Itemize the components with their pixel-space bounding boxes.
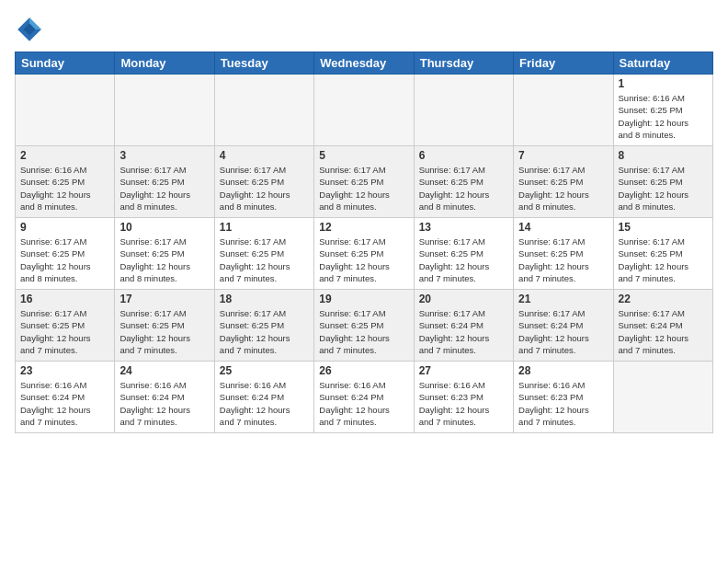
day-number: 8 <box>619 149 708 162</box>
day-info: Sunrise: 6:17 AM Sunset: 6:25 PM Dayligh… <box>220 236 309 284</box>
calendar-cell: 13Sunrise: 6:17 AM Sunset: 6:25 PM Dayli… <box>414 218 513 290</box>
day-info: Sunrise: 6:16 AM Sunset: 6:24 PM Dayligh… <box>119 379 209 428</box>
calendar-cell: 2Sunrise: 6:16 AM Sunset: 6:25 PM Daylig… <box>16 146 115 218</box>
calendar-cell: 3Sunrise: 6:17 AM Sunset: 6:25 PM Daylig… <box>115 146 214 218</box>
calendar-cell: 28Sunrise: 6:16 AM Sunset: 6:23 PM Dayli… <box>514 362 613 433</box>
day-info: Sunrise: 6:17 AM Sunset: 6:24 PM Dayligh… <box>619 307 708 356</box>
day-info: Sunrise: 6:17 AM Sunset: 6:25 PM Dayligh… <box>119 236 209 284</box>
day-number: 2 <box>20 149 109 162</box>
calendar-cell: 1Sunrise: 6:16 AM Sunset: 6:25 PM Daylig… <box>613 75 712 146</box>
day-number: 9 <box>20 221 109 234</box>
calendar-cell: 16Sunrise: 6:17 AM Sunset: 6:25 PM Dayli… <box>16 290 115 362</box>
day-number: 21 <box>518 293 608 305</box>
weekday-header-friday: Friday <box>514 52 613 75</box>
weekday-header-wednesday: Wednesday <box>314 52 414 75</box>
weekday-header-row: SundayMondayTuesdayWednesdayThursdayFrid… <box>16 52 713 75</box>
calendar-cell <box>115 75 214 146</box>
calendar-cell: 6Sunrise: 6:17 AM Sunset: 6:25 PM Daylig… <box>414 146 513 218</box>
day-number: 27 <box>419 364 508 377</box>
calendar-cell: 8Sunrise: 6:17 AM Sunset: 6:25 PM Daylig… <box>613 146 712 218</box>
calendar-cell: 9Sunrise: 6:17 AM Sunset: 6:25 PM Daylig… <box>16 218 115 290</box>
calendar-week-row: 23Sunrise: 6:16 AM Sunset: 6:24 PM Dayli… <box>16 362 713 433</box>
day-number: 13 <box>419 221 508 234</box>
calendar-cell: 15Sunrise: 6:17 AM Sunset: 6:25 PM Dayli… <box>613 218 712 290</box>
weekday-header-sunday: Sunday <box>16 52 115 75</box>
weekday-header-thursday: Thursday <box>414 52 513 75</box>
day-number: 16 <box>20 293 109 305</box>
calendar-cell <box>16 75 115 146</box>
day-number: 6 <box>419 149 508 162</box>
day-number: 12 <box>319 221 408 234</box>
day-number: 28 <box>518 364 608 377</box>
day-number: 24 <box>119 364 209 377</box>
weekday-header-tuesday: Tuesday <box>214 52 313 75</box>
calendar-cell: 7Sunrise: 6:17 AM Sunset: 6:25 PM Daylig… <box>514 146 613 218</box>
calendar-cell: 27Sunrise: 6:16 AM Sunset: 6:23 PM Dayli… <box>414 362 513 433</box>
day-info: Sunrise: 6:17 AM Sunset: 6:25 PM Dayligh… <box>319 307 408 356</box>
day-info: Sunrise: 6:16 AM Sunset: 6:24 PM Dayligh… <box>20 379 109 428</box>
day-info: Sunrise: 6:17 AM Sunset: 6:25 PM Dayligh… <box>119 164 209 213</box>
day-number: 20 <box>419 293 508 305</box>
day-info: Sunrise: 6:17 AM Sunset: 6:25 PM Dayligh… <box>619 236 708 284</box>
header <box>15 15 713 44</box>
calendar-cell: 5Sunrise: 6:17 AM Sunset: 6:25 PM Daylig… <box>314 146 414 218</box>
day-info: Sunrise: 6:17 AM Sunset: 6:25 PM Dayligh… <box>20 236 109 284</box>
day-number: 11 <box>220 221 309 234</box>
day-info: Sunrise: 6:16 AM Sunset: 6:25 PM Dayligh… <box>20 164 109 213</box>
calendar-cell: 17Sunrise: 6:17 AM Sunset: 6:25 PM Dayli… <box>115 290 214 362</box>
day-number: 19 <box>319 293 408 305</box>
calendar-cell: 19Sunrise: 6:17 AM Sunset: 6:25 PM Dayli… <box>314 290 414 362</box>
weekday-header-saturday: Saturday <box>613 52 712 75</box>
day-number: 4 <box>220 149 309 162</box>
day-info: Sunrise: 6:16 AM Sunset: 6:23 PM Dayligh… <box>419 379 508 428</box>
day-number: 18 <box>220 293 309 305</box>
calendar-cell: 25Sunrise: 6:16 AM Sunset: 6:24 PM Dayli… <box>214 362 313 433</box>
day-number: 17 <box>119 293 209 305</box>
day-info: Sunrise: 6:17 AM Sunset: 6:24 PM Dayligh… <box>518 307 608 356</box>
calendar-cell <box>613 362 712 433</box>
day-number: 23 <box>20 364 109 377</box>
calendar-cell <box>214 75 313 146</box>
calendar-week-row: 1Sunrise: 6:16 AM Sunset: 6:25 PM Daylig… <box>16 75 713 146</box>
calendar-cell <box>314 75 414 146</box>
calendar-cell: 23Sunrise: 6:16 AM Sunset: 6:24 PM Dayli… <box>16 362 115 433</box>
page-container: SundayMondayTuesdayWednesdayThursdayFrid… <box>0 0 728 441</box>
logo-icon <box>15 15 44 44</box>
day-info: Sunrise: 6:17 AM Sunset: 6:25 PM Dayligh… <box>518 164 608 213</box>
calendar-cell: 24Sunrise: 6:16 AM Sunset: 6:24 PM Dayli… <box>115 362 214 433</box>
day-info: Sunrise: 6:17 AM Sunset: 6:25 PM Dayligh… <box>119 307 209 356</box>
calendar-cell: 14Sunrise: 6:17 AM Sunset: 6:25 PM Dayli… <box>514 218 613 290</box>
day-info: Sunrise: 6:16 AM Sunset: 6:23 PM Dayligh… <box>518 379 608 428</box>
calendar-cell <box>514 75 613 146</box>
calendar-week-row: 2Sunrise: 6:16 AM Sunset: 6:25 PM Daylig… <box>16 146 713 218</box>
calendar-cell: 26Sunrise: 6:16 AM Sunset: 6:24 PM Dayli… <box>314 362 414 433</box>
day-info: Sunrise: 6:17 AM Sunset: 6:25 PM Dayligh… <box>518 236 608 284</box>
logo <box>15 15 48 44</box>
day-number: 7 <box>518 149 608 162</box>
calendar-cell: 4Sunrise: 6:17 AM Sunset: 6:25 PM Daylig… <box>214 146 313 218</box>
day-number: 22 <box>619 293 708 305</box>
day-info: Sunrise: 6:16 AM Sunset: 6:25 PM Dayligh… <box>619 92 708 141</box>
day-info: Sunrise: 6:16 AM Sunset: 6:24 PM Dayligh… <box>220 379 309 428</box>
day-info: Sunrise: 6:17 AM Sunset: 6:25 PM Dayligh… <box>20 307 109 356</box>
calendar-cell: 10Sunrise: 6:17 AM Sunset: 6:25 PM Dayli… <box>115 218 214 290</box>
calendar-cell: 20Sunrise: 6:17 AM Sunset: 6:24 PM Dayli… <box>414 290 513 362</box>
calendar-week-row: 9Sunrise: 6:17 AM Sunset: 6:25 PM Daylig… <box>16 218 713 290</box>
day-number: 3 <box>119 149 209 162</box>
day-info: Sunrise: 6:17 AM Sunset: 6:25 PM Dayligh… <box>220 164 309 213</box>
day-number: 15 <box>619 221 708 234</box>
day-info: Sunrise: 6:17 AM Sunset: 6:25 PM Dayligh… <box>419 164 508 213</box>
day-number: 14 <box>518 221 608 234</box>
calendar-cell: 11Sunrise: 6:17 AM Sunset: 6:25 PM Dayli… <box>214 218 313 290</box>
day-info: Sunrise: 6:17 AM Sunset: 6:25 PM Dayligh… <box>319 236 408 284</box>
weekday-header-monday: Monday <box>115 52 214 75</box>
day-info: Sunrise: 6:17 AM Sunset: 6:25 PM Dayligh… <box>220 307 309 356</box>
calendar-cell: 22Sunrise: 6:17 AM Sunset: 6:24 PM Dayli… <box>613 290 712 362</box>
day-number: 26 <box>319 364 408 377</box>
day-info: Sunrise: 6:17 AM Sunset: 6:25 PM Dayligh… <box>319 164 408 213</box>
day-info: Sunrise: 6:17 AM Sunset: 6:25 PM Dayligh… <box>619 164 708 213</box>
day-number: 25 <box>220 364 309 377</box>
day-number: 1 <box>619 77 708 90</box>
day-info: Sunrise: 6:17 AM Sunset: 6:25 PM Dayligh… <box>419 236 508 284</box>
day-info: Sunrise: 6:17 AM Sunset: 6:24 PM Dayligh… <box>419 307 508 356</box>
